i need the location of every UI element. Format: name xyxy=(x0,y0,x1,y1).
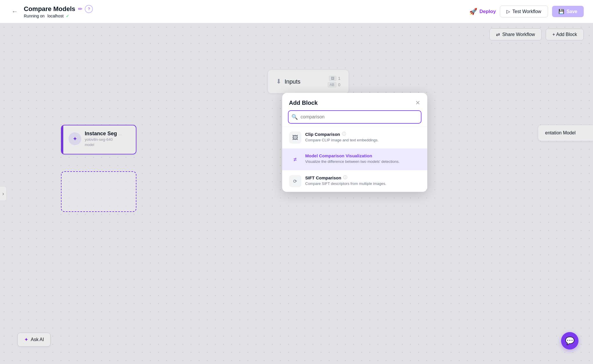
test-label: Test Workflow xyxy=(512,9,541,14)
modal-close-button[interactable]: ✕ xyxy=(415,99,420,106)
save-button[interactable]: 💾 Save xyxy=(552,6,584,17)
modal-results-list: 🖼 Clip Comparison ⓘ Compare CLIP image a… xyxy=(282,127,427,192)
test-play-icon: ▷ xyxy=(507,9,510,14)
model-comparison-desc: Visualize the difference between two mod… xyxy=(305,159,400,164)
edit-icon-button[interactable]: ✏ xyxy=(78,6,82,12)
subtitle: Running on localhost ✓ xyxy=(24,14,93,18)
title-text: Compare Models xyxy=(24,5,75,13)
modal-title: Add Block xyxy=(289,100,318,106)
canvas: ⇄ Share Workflow + Add Block › ⬇ Inputs … xyxy=(0,23,593,364)
clip-comparison-icon: 🖼 xyxy=(289,131,301,144)
sift-help-icon: ⓘ xyxy=(343,175,347,180)
modal-search-container: 🔍 comparison xyxy=(288,110,421,124)
header-left: ← Compare Models ✏ ? Running on localhos… xyxy=(9,5,93,18)
hostname: localhost xyxy=(48,14,64,18)
sift-comparison-desc: Compare SIFT descriptors from multiple i… xyxy=(305,181,386,186)
sift-comparison-text: SIFT Comparison ⓘ Compare SIFT descripto… xyxy=(305,175,386,186)
clip-comparison-text: Clip Comparison ⓘ Compare CLIP image and… xyxy=(305,131,379,143)
deploy-label: Deploy xyxy=(480,9,496,15)
deploy-button[interactable]: 🚀 Deploy xyxy=(469,8,496,15)
list-item[interactable]: ⟳ SIFT Comparison ⓘ Compare SIFT descrip… xyxy=(282,170,427,192)
model-comparison-icon: ≠ xyxy=(289,153,301,165)
test-workflow-button[interactable]: ▷ Test Workflow xyxy=(500,6,548,17)
list-item[interactable]: 🖼 Clip Comparison ⓘ Compare CLIP image a… xyxy=(282,127,427,148)
header: ← Compare Models ✏ ? Running on localhos… xyxy=(0,0,593,23)
model-comparison-title: Model Comparison Visualization xyxy=(305,153,400,158)
sift-comparison-title: SIFT Comparison ⓘ xyxy=(305,175,386,180)
header-icons: ✏ ? xyxy=(78,5,93,13)
add-block-modal: Add Block ✕ 🔍 comparison 🖼 Clip Comparis… xyxy=(282,93,427,192)
chat-bubble-icon: 💬 xyxy=(565,336,574,345)
clip-comparison-title: Clip Comparison ⓘ xyxy=(305,131,379,137)
clip-comparison-desc: Compare CLIP image and text embeddings. xyxy=(305,138,379,143)
header-right: 🚀 Deploy ▷ Test Workflow 💾 Save xyxy=(469,6,584,17)
modal-header: Add Block ✕ xyxy=(282,93,427,110)
title-group: Compare Models ✏ ? Running on localhost … xyxy=(24,5,93,18)
subtitle-prefix: Running on xyxy=(24,14,45,18)
search-input[interactable]: comparison xyxy=(288,110,421,124)
modal-overlay: Add Block ✕ 🔍 comparison 🖼 Clip Comparis… xyxy=(0,23,593,364)
chat-bubble-button[interactable]: 💬 xyxy=(561,332,578,349)
list-item[interactable]: ≠ Model Comparison Visualization Visuali… xyxy=(282,148,427,170)
sift-comparison-icon: ⟳ xyxy=(289,175,301,187)
save-icon: 💾 xyxy=(558,9,564,14)
save-label: Save xyxy=(567,9,577,14)
status-check: ✓ xyxy=(66,14,69,18)
model-comparison-text: Model Comparison Visualization Visualize… xyxy=(305,153,400,164)
app-title: Compare Models ✏ ? xyxy=(24,5,93,13)
clip-help-icon: ⓘ xyxy=(342,131,346,137)
search-icon: 🔍 xyxy=(291,114,298,120)
deploy-icon: 🚀 xyxy=(469,8,477,15)
help-icon-button[interactable]: ? xyxy=(85,5,93,13)
back-button[interactable]: ← xyxy=(9,7,20,17)
